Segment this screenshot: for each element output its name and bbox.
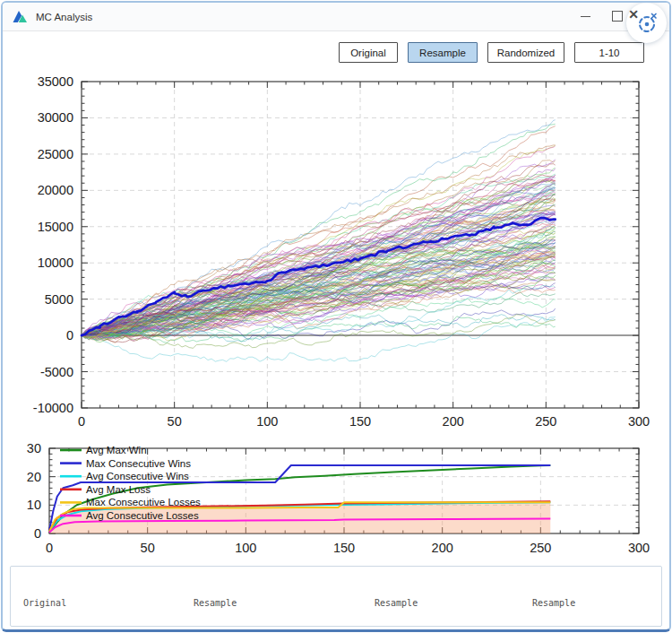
svg-text:0: 0 (66, 328, 73, 343)
svg-text:10000: 10000 (38, 256, 73, 270)
svg-text:10: 10 (27, 498, 41, 512)
svg-text:50: 50 (168, 414, 182, 429)
svg-text:-5000: -5000 (40, 365, 73, 379)
svg-text:300: 300 (628, 541, 650, 555)
svg-text:200: 200 (443, 414, 464, 429)
equity-curves-chart: -10000-500005000100001500020000250003000… (3, 70, 671, 433)
view-toolbar: Original Resample Randomized 1-10 (339, 42, 644, 63)
stats-header: Original (23, 597, 194, 611)
stats-header: Resample (532, 597, 661, 611)
randomized-button[interactable]: Randomized (487, 42, 564, 63)
svg-text:0: 0 (34, 526, 41, 541)
stats-resample-losses: Resample Avg Max Loss: USD 746.55 Max Co… (532, 571, 661, 626)
legend-label: Avg Consecutive Losses (86, 510, 199, 521)
original-button[interactable]: Original (339, 42, 398, 63)
legend-label: Avg Consecutive Wins (86, 471, 189, 481)
svg-text:300: 300 (628, 414, 650, 429)
minimize-button[interactable] (581, 16, 590, 17)
legend-label: Avg Max Loss (86, 484, 151, 495)
svg-text:35000: 35000 (38, 74, 73, 89)
svg-text:100: 100 (235, 541, 256, 555)
svg-text:100: 100 (256, 414, 278, 429)
streak-metrics-chart: 0102030050100150200250300Avg Max WinMax … (3, 433, 671, 561)
svg-text:5000: 5000 (45, 292, 73, 307)
legend-label: Avg Max Win (86, 445, 147, 455)
region-capture-icon (636, 13, 658, 34)
svg-text:15000: 15000 (38, 220, 73, 234)
title-bar: MC Analysis ✕ (3, 3, 669, 31)
svg-text:25000: 25000 (38, 147, 73, 161)
svg-text:200: 200 (432, 541, 453, 555)
legend-label: Max Consecutive Wins (86, 458, 191, 469)
stats-header: Resample (375, 597, 532, 611)
svg-text:-10000: -10000 (33, 401, 73, 415)
stats-resample-drawdown: Resample Best Drawdown: USD 625.42 Worst… (194, 571, 375, 626)
svg-text:250: 250 (535, 414, 556, 429)
svg-text:150: 150 (333, 541, 355, 555)
svg-text:50: 50 (141, 541, 155, 555)
legend-label: Max Consecutive Losses (86, 497, 201, 507)
stats-panel: Original Best Drawdown: USD 861.82 Worst… (10, 566, 662, 627)
svg-text:20: 20 (27, 470, 41, 484)
maximize-button[interactable] (612, 11, 623, 22)
svg-text:250: 250 (530, 541, 551, 555)
resample-button[interactable]: Resample (408, 42, 478, 63)
close-icon[interactable]: ✕ (628, 8, 639, 21)
svg-text:20000: 20000 (38, 183, 73, 197)
svg-text:0: 0 (78, 414, 85, 429)
app-logo-icon (12, 10, 29, 24)
stats-original-drawdown: Original Best Drawdown: USD 861.82 Worst… (23, 571, 194, 626)
stats-resample-wins: Resample Avg Max Win: USD 1593.54 Max Co… (375, 571, 532, 626)
svg-text:30: 30 (27, 441, 41, 455)
window-title: MC Analysis (36, 12, 92, 22)
svg-text:150: 150 (349, 414, 371, 429)
stats-header: Resample (194, 597, 375, 611)
mc-analysis-window: MC Analysis ✕ Original Resample Randomiz… (1, 1, 671, 632)
svg-text:0: 0 (46, 541, 53, 555)
range-1-10-button[interactable]: 1-10 (574, 42, 644, 63)
svg-text:30000: 30000 (38, 110, 73, 125)
